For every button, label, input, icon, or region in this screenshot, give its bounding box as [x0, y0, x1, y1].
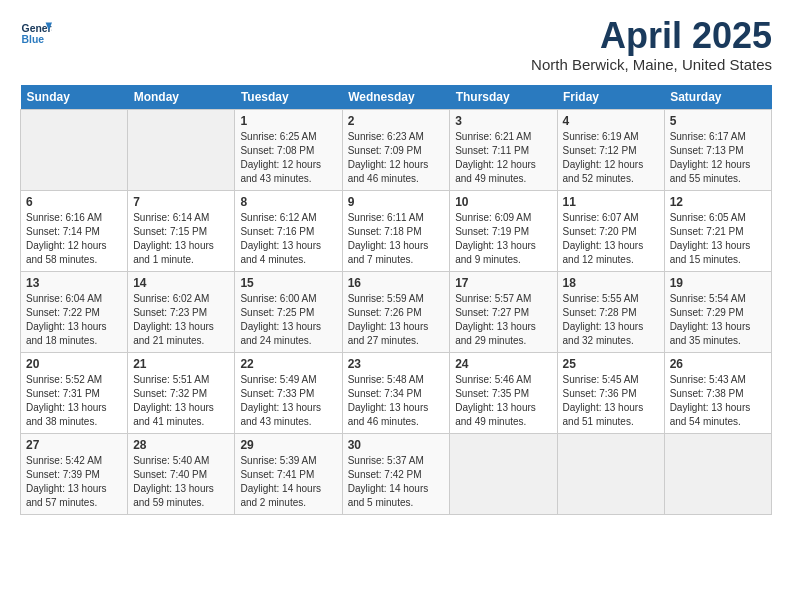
day-info: Sunrise: 5:57 AM Sunset: 7:27 PM Dayligh…: [455, 292, 551, 348]
svg-text:Blue: Blue: [22, 34, 45, 45]
day-cell: 8Sunrise: 6:12 AM Sunset: 7:16 PM Daylig…: [235, 190, 342, 271]
day-cell: [450, 433, 557, 514]
day-number: 15: [240, 276, 336, 290]
day-info: Sunrise: 6:00 AM Sunset: 7:25 PM Dayligh…: [240, 292, 336, 348]
day-info: Sunrise: 5:59 AM Sunset: 7:26 PM Dayligh…: [348, 292, 445, 348]
day-number: 16: [348, 276, 445, 290]
day-cell: [557, 433, 664, 514]
header-cell-friday: Friday: [557, 85, 664, 110]
day-info: Sunrise: 6:09 AM Sunset: 7:19 PM Dayligh…: [455, 211, 551, 267]
header-cell-sunday: Sunday: [21, 85, 128, 110]
header-cell-saturday: Saturday: [664, 85, 771, 110]
header-cell-tuesday: Tuesday: [235, 85, 342, 110]
day-cell: 30Sunrise: 5:37 AM Sunset: 7:42 PM Dayli…: [342, 433, 450, 514]
day-cell: [664, 433, 771, 514]
day-cell: 29Sunrise: 5:39 AM Sunset: 7:41 PM Dayli…: [235, 433, 342, 514]
day-info: Sunrise: 6:17 AM Sunset: 7:13 PM Dayligh…: [670, 130, 766, 186]
day-number: 13: [26, 276, 122, 290]
header-cell-wednesday: Wednesday: [342, 85, 450, 110]
day-info: Sunrise: 5:48 AM Sunset: 7:34 PM Dayligh…: [348, 373, 445, 429]
day-info: Sunrise: 5:37 AM Sunset: 7:42 PM Dayligh…: [348, 454, 445, 510]
day-cell: 25Sunrise: 5:45 AM Sunset: 7:36 PM Dayli…: [557, 352, 664, 433]
day-number: 18: [563, 276, 659, 290]
day-cell: 9Sunrise: 6:11 AM Sunset: 7:18 PM Daylig…: [342, 190, 450, 271]
day-info: Sunrise: 5:52 AM Sunset: 7:31 PM Dayligh…: [26, 373, 122, 429]
day-cell: 22Sunrise: 5:49 AM Sunset: 7:33 PM Dayli…: [235, 352, 342, 433]
day-cell: 3Sunrise: 6:21 AM Sunset: 7:11 PM Daylig…: [450, 109, 557, 190]
day-info: Sunrise: 5:55 AM Sunset: 7:28 PM Dayligh…: [563, 292, 659, 348]
day-info: Sunrise: 6:25 AM Sunset: 7:08 PM Dayligh…: [240, 130, 336, 186]
day-cell: 13Sunrise: 6:04 AM Sunset: 7:22 PM Dayli…: [21, 271, 128, 352]
day-info: Sunrise: 6:14 AM Sunset: 7:15 PM Dayligh…: [133, 211, 229, 267]
day-info: Sunrise: 5:40 AM Sunset: 7:40 PM Dayligh…: [133, 454, 229, 510]
day-number: 14: [133, 276, 229, 290]
day-number: 6: [26, 195, 122, 209]
day-number: 5: [670, 114, 766, 128]
day-cell: [21, 109, 128, 190]
day-number: 4: [563, 114, 659, 128]
day-info: Sunrise: 5:45 AM Sunset: 7:36 PM Dayligh…: [563, 373, 659, 429]
day-number: 10: [455, 195, 551, 209]
header-cell-monday: Monday: [128, 85, 235, 110]
day-cell: 15Sunrise: 6:00 AM Sunset: 7:25 PM Dayli…: [235, 271, 342, 352]
day-info: Sunrise: 6:12 AM Sunset: 7:16 PM Dayligh…: [240, 211, 336, 267]
day-cell: 18Sunrise: 5:55 AM Sunset: 7:28 PM Dayli…: [557, 271, 664, 352]
day-info: Sunrise: 5:46 AM Sunset: 7:35 PM Dayligh…: [455, 373, 551, 429]
day-number: 1: [240, 114, 336, 128]
day-info: Sunrise: 6:07 AM Sunset: 7:20 PM Dayligh…: [563, 211, 659, 267]
day-number: 23: [348, 357, 445, 371]
day-number: 22: [240, 357, 336, 371]
day-info: Sunrise: 6:16 AM Sunset: 7:14 PM Dayligh…: [26, 211, 122, 267]
day-cell: 23Sunrise: 5:48 AM Sunset: 7:34 PM Dayli…: [342, 352, 450, 433]
day-cell: 28Sunrise: 5:40 AM Sunset: 7:40 PM Dayli…: [128, 433, 235, 514]
day-info: Sunrise: 5:42 AM Sunset: 7:39 PM Dayligh…: [26, 454, 122, 510]
day-cell: 14Sunrise: 6:02 AM Sunset: 7:23 PM Dayli…: [128, 271, 235, 352]
day-number: 25: [563, 357, 659, 371]
day-cell: 11Sunrise: 6:07 AM Sunset: 7:20 PM Dayli…: [557, 190, 664, 271]
day-info: Sunrise: 6:11 AM Sunset: 7:18 PM Dayligh…: [348, 211, 445, 267]
day-cell: 27Sunrise: 5:42 AM Sunset: 7:39 PM Dayli…: [21, 433, 128, 514]
day-cell: 16Sunrise: 5:59 AM Sunset: 7:26 PM Dayli…: [342, 271, 450, 352]
calendar-header: SundayMondayTuesdayWednesdayThursdayFrid…: [21, 85, 772, 110]
day-info: Sunrise: 5:39 AM Sunset: 7:41 PM Dayligh…: [240, 454, 336, 510]
day-number: 9: [348, 195, 445, 209]
day-number: 30: [348, 438, 445, 452]
title-block: April 2025 North Berwick, Maine, United …: [531, 16, 772, 73]
day-cell: 19Sunrise: 5:54 AM Sunset: 7:29 PM Dayli…: [664, 271, 771, 352]
day-cell: 1Sunrise: 6:25 AM Sunset: 7:08 PM Daylig…: [235, 109, 342, 190]
day-cell: 21Sunrise: 5:51 AM Sunset: 7:32 PM Dayli…: [128, 352, 235, 433]
day-cell: 20Sunrise: 5:52 AM Sunset: 7:31 PM Dayli…: [21, 352, 128, 433]
day-info: Sunrise: 5:49 AM Sunset: 7:33 PM Dayligh…: [240, 373, 336, 429]
calendar-table: SundayMondayTuesdayWednesdayThursdayFrid…: [20, 85, 772, 515]
week-row-2: 6Sunrise: 6:16 AM Sunset: 7:14 PM Daylig…: [21, 190, 772, 271]
day-number: 19: [670, 276, 766, 290]
day-number: 24: [455, 357, 551, 371]
day-cell: 2Sunrise: 6:23 AM Sunset: 7:09 PM Daylig…: [342, 109, 450, 190]
header-row: SundayMondayTuesdayWednesdayThursdayFrid…: [21, 85, 772, 110]
day-number: 26: [670, 357, 766, 371]
day-number: 11: [563, 195, 659, 209]
week-row-1: 1Sunrise: 6:25 AM Sunset: 7:08 PM Daylig…: [21, 109, 772, 190]
day-cell: 12Sunrise: 6:05 AM Sunset: 7:21 PM Dayli…: [664, 190, 771, 271]
day-cell: 26Sunrise: 5:43 AM Sunset: 7:38 PM Dayli…: [664, 352, 771, 433]
week-row-3: 13Sunrise: 6:04 AM Sunset: 7:22 PM Dayli…: [21, 271, 772, 352]
day-info: Sunrise: 5:51 AM Sunset: 7:32 PM Dayligh…: [133, 373, 229, 429]
calendar-body: 1Sunrise: 6:25 AM Sunset: 7:08 PM Daylig…: [21, 109, 772, 514]
day-cell: [128, 109, 235, 190]
header-cell-thursday: Thursday: [450, 85, 557, 110]
logo-icon: General Blue: [20, 16, 52, 48]
day-cell: 10Sunrise: 6:09 AM Sunset: 7:19 PM Dayli…: [450, 190, 557, 271]
day-info: Sunrise: 5:43 AM Sunset: 7:38 PM Dayligh…: [670, 373, 766, 429]
day-cell: 7Sunrise: 6:14 AM Sunset: 7:15 PM Daylig…: [128, 190, 235, 271]
day-cell: 5Sunrise: 6:17 AM Sunset: 7:13 PM Daylig…: [664, 109, 771, 190]
day-cell: 17Sunrise: 5:57 AM Sunset: 7:27 PM Dayli…: [450, 271, 557, 352]
day-number: 27: [26, 438, 122, 452]
calendar-title: April 2025: [531, 16, 772, 56]
day-info: Sunrise: 5:54 AM Sunset: 7:29 PM Dayligh…: [670, 292, 766, 348]
logo: General Blue: [20, 16, 52, 48]
day-number: 7: [133, 195, 229, 209]
day-number: 12: [670, 195, 766, 209]
calendar-subtitle: North Berwick, Maine, United States: [531, 56, 772, 73]
day-number: 3: [455, 114, 551, 128]
week-row-4: 20Sunrise: 5:52 AM Sunset: 7:31 PM Dayli…: [21, 352, 772, 433]
